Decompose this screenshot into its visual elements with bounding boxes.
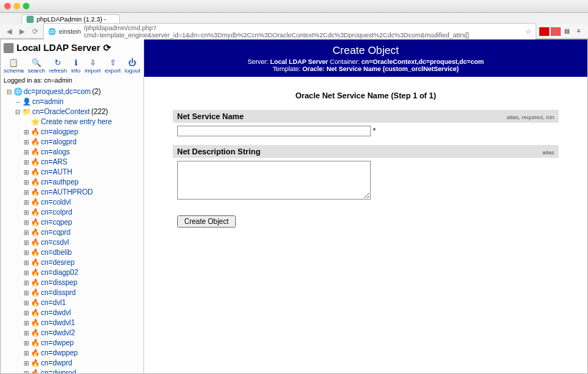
tree-entry-label[interactable]: cn=AUTH (41, 167, 72, 177)
tree-root[interactable]: ⊟ 🌐 dc=proquest,dc=com (2) (4, 87, 143, 97)
expand-icon[interactable]: ⊞ (24, 187, 29, 197)
expand-icon[interactable]: ⊞ (24, 238, 29, 248)
net-description-textarea[interactable] (177, 161, 371, 200)
tree-entry[interactable]: ⊞🔥cn=alogpep (4, 127, 143, 137)
collapse-icon[interactable]: ⊟ (15, 107, 21, 117)
tree-entry-label[interactable]: cn=dwprd (41, 358, 72, 368)
tree-entry-label[interactable]: cn=ARS (41, 157, 67, 167)
tree-entry[interactable]: ⊞🔥cn=desrep (4, 258, 143, 268)
tree-entry[interactable]: ⊞🔥cn=alogprd (4, 137, 143, 147)
tree-entry[interactable]: ⊞🔥cn=dwprd (4, 358, 143, 368)
tree-entry-label[interactable]: cn=disspep (41, 278, 77, 288)
tree-entry[interactable]: ⊞🔥cn=authpep (4, 177, 143, 187)
tree-entry-label[interactable]: cn=desrep (41, 258, 75, 268)
tree-entry[interactable]: ⊞🔥cn=colprd (4, 207, 143, 218)
toolbar-logout[interactable]: ⏻logout (125, 57, 141, 74)
expand-icon[interactable]: ⊞ (24, 218, 29, 228)
tree-entry-label[interactable]: cn=dwdvl2 (41, 328, 75, 338)
expand-icon[interactable]: ⊞ (24, 278, 29, 288)
tree-entry[interactable]: ⊞🔥cn=dwdvl (4, 308, 143, 318)
expand-icon[interactable]: ⊞ (24, 328, 29, 338)
create-object-button[interactable] (177, 215, 236, 228)
minimize-window[interactable] (14, 3, 20, 9)
toolbar-refresh[interactable]: ↻refresh (49, 57, 67, 74)
tree-entry[interactable]: ⊞🔥cn=dwdvl1 (4, 318, 143, 328)
ext-icon-1[interactable] (539, 27, 549, 36)
tree-entry[interactable]: ⊞🔥cn=dwdvl2 (4, 328, 143, 338)
browser-tab-active[interactable]: phpLDAPadmin (1.2.3) - (22, 14, 120, 24)
expand-icon[interactable]: ⊞ (24, 298, 29, 308)
tree-entry-label[interactable]: cn=cqpep (41, 218, 72, 228)
tree-entry-label[interactable]: cn=colprd (41, 207, 72, 218)
tree-entry[interactable]: ⊞🔥cn=dwpep (4, 338, 143, 348)
tree-entry[interactable]: ⊞🔥cn=disspep (4, 278, 143, 288)
tree-entry[interactable]: ⊞🔥cn=dbelib (4, 248, 143, 258)
expand-icon[interactable]: ⊞ (24, 137, 29, 147)
expand-icon[interactable]: ⊞ (24, 338, 29, 348)
tree-entry[interactable]: ⊞🔥cn=alogs (4, 147, 143, 157)
expand-icon[interactable]: ⊞ (24, 167, 29, 177)
tree-entry[interactable]: ⊞🔥cn=csdvl (4, 238, 143, 248)
expand-icon[interactable]: ⊞ (24, 197, 29, 207)
back-icon[interactable]: ◀ (4, 27, 14, 37)
forward-icon[interactable]: ▶ (17, 27, 27, 37)
toolbar-export[interactable]: ⇧export (105, 57, 120, 74)
tree-entry-label[interactable]: cn=dwdvl1 (41, 318, 75, 328)
toolbar-info[interactable]: ℹinfo (71, 57, 81, 74)
tree-entry-label[interactable]: cn=dvl1 (41, 298, 66, 308)
tree-context[interactable]: ⊟ 📁 cn=OracleContext (222) (4, 107, 143, 117)
tree-entry-label[interactable]: cn=authpep (41, 177, 79, 187)
expand-icon[interactable]: ⊞ (24, 368, 29, 373)
tree-entry[interactable]: ⊞🔥cn=dvl1 (4, 298, 143, 308)
toolbar-search[interactable]: 🔍search (28, 57, 45, 74)
expand-icon[interactable]: ⊞ (24, 258, 29, 268)
ext-icon-2[interactable] (551, 27, 561, 36)
toolbar-import[interactable]: ⇩import (85, 57, 100, 74)
expand-icon[interactable]: ⊞ (24, 288, 29, 298)
expand-icon[interactable]: ⊞ (24, 358, 29, 368)
tree-entry[interactable]: ⊞🔥cn=AUTHPROD (4, 187, 143, 197)
tree-entry-label[interactable]: cn=dwppep (41, 348, 77, 358)
star-icon[interactable]: ☆ (526, 28, 531, 35)
expand-icon[interactable]: ⊞ (24, 127, 29, 137)
tree-create-label[interactable]: Create new entry here (41, 117, 112, 127)
maximize-window[interactable] (23, 3, 29, 9)
toolbar-schema[interactable]: 📋schema (4, 57, 24, 74)
tree-entry[interactable]: ⊞🔥cn=dwprod (4, 368, 143, 373)
expand-icon[interactable]: ⊞ (24, 207, 29, 218)
tree-context-label[interactable]: cn=OracleContext (32, 107, 90, 117)
tree-entry-label[interactable]: cn=cqprd (41, 228, 70, 238)
tree-admin[interactable]: – 👤 cn=admin (4, 97, 143, 107)
expand-icon[interactable]: ⊞ (24, 348, 29, 358)
tree-entry[interactable]: ⊞🔥cn=ARS (4, 157, 143, 167)
expand-icon[interactable]: ⊞ (24, 157, 29, 167)
tree-entry[interactable]: ⊞🔥cn=AUTH (4, 167, 143, 177)
menu-icon[interactable]: ≡ (574, 27, 584, 36)
expand-icon[interactable]: ⊞ (24, 147, 29, 157)
tree-entry-label[interactable]: cn=dwprod (41, 368, 76, 373)
tree-entry-label[interactable]: cn=dbelib (41, 248, 72, 258)
tree-entry[interactable]: ⊞🔥cn=dissprd (4, 288, 143, 298)
ext-icon-3[interactable]: ▤ (562, 27, 572, 36)
expand-icon[interactable]: ⊞ (24, 268, 29, 278)
tree-entry[interactable]: ⊞🔥cn=dwppep (4, 348, 143, 358)
tree-entry-label[interactable]: cn=alogprd (41, 137, 77, 147)
net-service-name-input[interactable] (177, 126, 371, 136)
address-bar[interactable]: 🌐 einstein /phpldapadmin/cmd.php?cmd=tem… (43, 23, 536, 40)
refresh-server-icon[interactable]: ⟳ (103, 42, 111, 53)
close-window[interactable] (4, 3, 11, 9)
tree-entry-label[interactable]: cn=diagp02 (41, 268, 78, 278)
tree-entry-label[interactable]: cn=alogpep (41, 127, 78, 137)
expand-icon[interactable]: ⊞ (24, 228, 29, 238)
tree-entry-label[interactable]: cn=coldvl (41, 197, 71, 207)
tree-entry-label[interactable]: cn=dissprd (41, 288, 76, 298)
expand-icon[interactable]: ⊞ (24, 177, 29, 187)
tree-entry-label[interactable]: cn=dwdvl (41, 308, 71, 318)
tree-entry[interactable]: ⊞🔥cn=cqprd (4, 228, 143, 238)
tree-entry-label[interactable]: cn=AUTHPROD (41, 187, 93, 197)
expand-icon[interactable]: ⊞ (24, 318, 29, 328)
collapse-icon[interactable]: ⊟ (6, 87, 12, 97)
tree-root-label[interactable]: dc=proquest,dc=com (24, 87, 90, 97)
reload-icon[interactable]: ⟳ (30, 27, 40, 37)
tree-create-new[interactable]: ⭐ Create new entry here (4, 117, 143, 127)
